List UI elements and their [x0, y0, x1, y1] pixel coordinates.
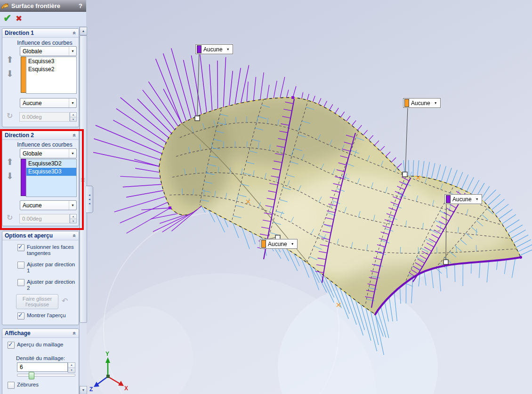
group-header[interactable]: Affichage « [2, 329, 79, 338]
chevron-down-icon[interactable]: ▼ [289, 242, 296, 246]
graphics-viewport[interactable]: Y X Z Aucune ▼ Aucune ▼ Aucune ▼ Aucune … [86, 0, 532, 394]
move-up-button[interactable]: ⬆ [6, 157, 14, 166]
trim-dir1-row: Ajuster par direction 1 [17, 262, 76, 274]
group-options: Options et aperçu « Fusionner les faces … [2, 231, 79, 325]
help-icon[interactable]: ? [79, 2, 82, 9]
merge-tangent-checkbox[interactable] [17, 244, 24, 251]
chevron-down-icon[interactable]: ▼ [225, 48, 232, 51]
trim-dir1-checkbox[interactable] [17, 262, 24, 269]
influence-label: Influence des courbes [12, 141, 78, 148]
scrollbar-thumb[interactable] [80, 35, 87, 323]
callout-tangency-dir1-end[interactable]: Aucune ▼ [260, 239, 298, 249]
spin-up-icon[interactable]: ▲ [70, 113, 76, 117]
curve-list-dir2[interactable]: Esquisse3D2 Esquisse3D3 [26, 159, 77, 197]
chevron-down-icon[interactable]: ▼ [474, 197, 481, 201]
collapse-chevron-icon[interactable]: « [72, 332, 78, 335]
combo-value: Aucune [20, 202, 69, 209]
group-display: Affichage « Aperçu du maillage Densité d… [2, 328, 79, 394]
callout-label: Aucune [452, 196, 474, 203]
group-header[interactable]: Direction 2 « [2, 131, 79, 140]
collapse-left-icon: ◄ [88, 197, 91, 202]
panel-collapse-tab[interactable]: ◄ ◄ ◄ [86, 186, 93, 213]
mesh-preview-checkbox[interactable] [8, 342, 15, 349]
callout-handle[interactable] [443, 260, 448, 264]
move-down-button[interactable]: ⬇ [6, 69, 14, 78]
curve-list-dir1[interactable]: Esquisse3 Esquisse2 [26, 57, 77, 94]
trim-dir2-checkbox[interactable] [17, 279, 24, 286]
drag-sketch-button[interactable]: Faire glisser l'esquisse [16, 294, 58, 309]
mesh-density-value: 6 [20, 364, 23, 370]
list-item[interactable]: Esquisse3 [26, 57, 76, 66]
collapse-left-icon: ◄ [88, 202, 91, 206]
influence-label: Influence des courbes [12, 40, 78, 46]
solidworks-window: Y X Z Aucune ▼ Aucune ▼ Aucune ▼ Aucune … [0, 0, 532, 394]
collapse-left-icon: ◄ [88, 193, 91, 197]
trim-dir2-row: Ajuster par direction 2 [17, 279, 76, 291]
group-title: Affichage [2, 330, 31, 337]
cancel-button[interactable]: ✖ [16, 14, 22, 24]
callout-label: Aucune [411, 100, 432, 107]
tangency-combobox-dir1[interactable]: Aucune ▼ [20, 98, 77, 108]
checkbox-label: Ajuster par direction 1 [27, 262, 76, 274]
influence-combobox-dir1[interactable]: Globale ▼ [20, 46, 77, 56]
chevron-down-icon: ▼ [69, 201, 76, 210]
callout-tangency-dir1-start[interactable]: Aucune ▼ [403, 98, 441, 108]
svg-text:X: X [124, 385, 128, 392]
show-preview-row: Montrer l'aperçu [17, 312, 76, 320]
scroll-down-button[interactable]: ▼ [80, 386, 87, 394]
angle-field-dir2[interactable]: 0.00deg [19, 214, 70, 223]
spin-up-icon[interactable]: ▲ [70, 214, 76, 219]
list-item[interactable]: Esquisse3D2 [26, 160, 76, 168]
angle-field-dir1[interactable]: 0.00deg [19, 112, 70, 122]
spin-up-icon[interactable]: ▲ [68, 363, 75, 368]
spin-down-icon[interactable]: ▼ [70, 117, 76, 122]
scroll-up-button[interactable]: ▲ [80, 27, 87, 35]
mesh-density-field[interactable]: 6 [17, 362, 68, 372]
group-title: Direction 2 [2, 132, 34, 139]
undo-icon[interactable]: ↶ [62, 296, 68, 305]
list-item[interactable]: Esquisse2 [26, 66, 76, 74]
callout-handle[interactable] [195, 116, 200, 121]
list-item[interactable]: Esquisse3D3 [26, 168, 76, 176]
checkbox-label: Ajuster par direction 2 [27, 279, 76, 291]
zebra-checkbox[interactable] [8, 382, 15, 389]
collapse-chevron-icon[interactable]: « [72, 32, 78, 35]
combo-value: Aucune [20, 100, 69, 107]
chevron-down-icon: ▼ [69, 98, 76, 107]
angle-spinner-dir1[interactable]: ▲▼ [70, 112, 77, 122]
slider-thumb[interactable] [29, 372, 34, 379]
group-header[interactable]: Direction 1 « [2, 29, 79, 38]
svg-text:Y: Y [105, 351, 109, 357]
chevron-down-icon[interactable]: ▼ [432, 101, 439, 105]
mesh-density-spinner[interactable]: ▲▼ [68, 362, 75, 373]
mesh-density-slider[interactable] [17, 374, 75, 377]
ok-button[interactable]: ✔ [3, 12, 12, 24]
callout-swatch [197, 45, 202, 53]
callout-handle[interactable] [403, 172, 407, 177]
influence-combobox-dir2[interactable]: Globale ▼ [20, 148, 77, 158]
tangency-combobox-dir2[interactable]: Aucune ▼ [20, 200, 77, 210]
spin-down-icon[interactable]: ▼ [70, 219, 76, 223]
callout-tangency-dir2-end[interactable]: Aucune ▼ [444, 194, 482, 204]
chevron-down-icon: ▼ [69, 47, 76, 56]
collapse-chevron-icon[interactable]: « [72, 234, 78, 238]
zebra-row: Zébrures [8, 382, 76, 389]
angle-spinner-dir2[interactable]: ▲▼ [70, 214, 77, 223]
group-header[interactable]: Options et aperçu « [2, 231, 79, 240]
merge-tangent-row: Fusionner les faces tangentes [17, 244, 76, 256]
svg-text:Z: Z [89, 386, 93, 393]
mesh-density-label: Densité du maillage: [16, 355, 65, 361]
move-up-button[interactable]: ⬆ [6, 55, 14, 64]
show-preview-checkbox[interactable] [17, 312, 24, 320]
checkbox-label: Montrer l'aperçu [27, 312, 66, 320]
callout-tangency-dir2-start[interactable]: Aucune ▼ [195, 44, 233, 54]
callout-swatch [446, 195, 451, 203]
collapse-chevron-icon[interactable]: « [72, 134, 78, 137]
property-manager-panel: Surface frontière ? ✔ ✖ Direction 1 « In… [0, 0, 86, 394]
panel-scrollbar[interactable]: ▲ ▼ [79, 27, 87, 394]
property-manager-titlebar: Surface frontière ? [0, 0, 86, 12]
spin-down-icon[interactable]: ▼ [68, 368, 75, 373]
checkbox-label: Zébrures [17, 382, 39, 389]
move-down-button[interactable]: ⬇ [6, 172, 14, 181]
combo-value: Globale [20, 150, 69, 157]
